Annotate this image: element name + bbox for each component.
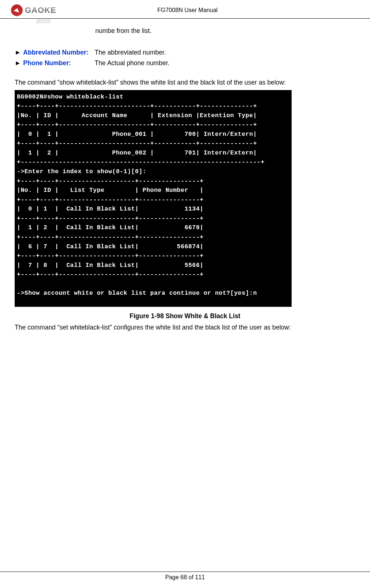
page-footer: Page 68 of 111 bbox=[0, 572, 370, 581]
terminal-line: ->Enter the index to show(0-1)[0]: bbox=[17, 168, 147, 175]
terminal-line: | 1 | 2 | Call In Black List| 6678| bbox=[17, 224, 204, 231]
terminal-line: +----+----+--------------------+--------… bbox=[17, 215, 204, 222]
page-header: GAOKE CREATIVE SOLUTION FG7008N User Man… bbox=[0, 0, 370, 19]
terminal-line: +----+----+--------------------+--------… bbox=[17, 271, 204, 278]
logo: GAOKE CREATIVE SOLUTION bbox=[11, 4, 56, 16]
cmd-set-text: The command “set whiteblack-list” config… bbox=[15, 323, 355, 332]
page-number: Page 68 of 111 bbox=[165, 574, 205, 580]
logo-text: GAOKE bbox=[25, 5, 56, 15]
param-desc: The Actual phone number. bbox=[95, 58, 169, 68]
terminal-line: +----+----+------------------------+----… bbox=[17, 140, 257, 147]
terminal-line: |No. | ID | List Type | Phone Number | bbox=[17, 187, 204, 194]
terminal-line: |No. | ID | Account Name | Extension |Ex… bbox=[17, 112, 257, 119]
terminal-line: +----+----+--------------------+--------… bbox=[17, 196, 204, 203]
terminal-line: +---------------------------------------… bbox=[17, 159, 264, 165]
intro-fragment: numbe from the list. bbox=[15, 26, 355, 36]
terminal-output: BG9002N#show whiteblack-list +----+----+… bbox=[15, 90, 292, 307]
terminal-line: +----+----+------------------------+----… bbox=[17, 103, 257, 109]
terminal-line: | 7 | 8 | Call In Black List| 5566| bbox=[17, 262, 204, 269]
terminal-line: BG9002N#show whiteblack-list bbox=[17, 93, 123, 100]
terminal-line: +----+----+--------------------+--------… bbox=[17, 234, 204, 241]
doc-title: FG7008N User Manual bbox=[56, 7, 359, 14]
param-label: Abbreviated Number: bbox=[23, 48, 95, 57]
param-row: ► Abbreviated Number: The abbreviated nu… bbox=[15, 48, 355, 57]
page-content: numbe from the list. ► Abbreviated Numbe… bbox=[0, 19, 370, 332]
terminal-line: | 0 | 1 | Call In Black List| 1134| bbox=[17, 205, 204, 212]
terminal-line: ->Show account white or black list para … bbox=[17, 290, 257, 297]
terminal-line: +----+----+--------------------+--------… bbox=[17, 178, 204, 185]
param-desc: The abbreviated number. bbox=[95, 48, 166, 57]
terminal-line: +----+----+------------------------+----… bbox=[17, 121, 257, 128]
arrow-icon: ► bbox=[15, 58, 21, 68]
logo-icon bbox=[11, 4, 23, 16]
figure-caption: Figure 1-98 Show White & Black List bbox=[15, 311, 355, 321]
cmd-show-text: The command “show whiteblack-list” shows… bbox=[15, 78, 355, 88]
logo-subtitle: CREATIVE SOLUTION bbox=[37, 19, 56, 23]
terminal-line: | 1 | 2 | Phone_002 | 701| Intern/Extern… bbox=[17, 149, 257, 156]
param-label: Phone Number: bbox=[23, 58, 95, 68]
arrow-icon: ► bbox=[15, 48, 21, 57]
param-row: ► Phone Number: The Actual phone number. bbox=[15, 58, 355, 68]
terminal-line: | 6 | 7 | Call In Black List| 566874| bbox=[17, 243, 204, 250]
terminal-line: +----+----+--------------------+--------… bbox=[17, 252, 204, 259]
terminal-line: | 0 | 1 | Phone_001 | 700| Intern/Extern… bbox=[17, 131, 257, 138]
